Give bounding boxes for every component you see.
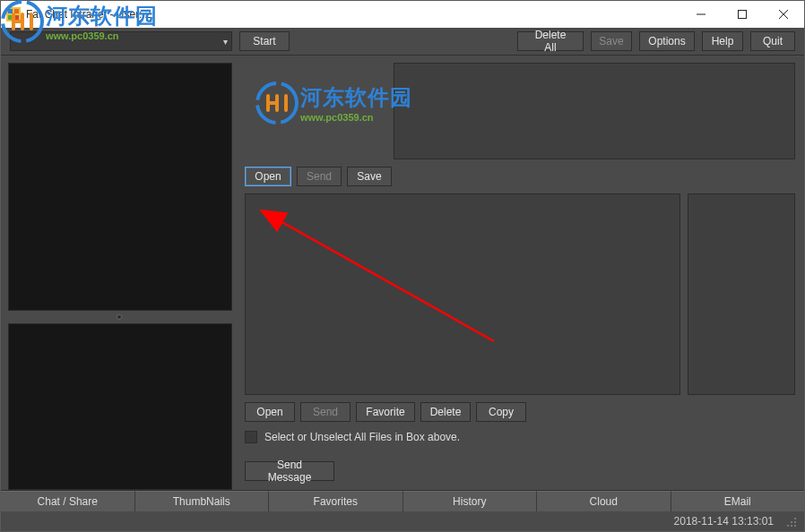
- chevron-down-icon: ▾: [223, 37, 228, 47]
- content-area: Open Send Save Open Send Favorite Delete…: [1, 55, 804, 490]
- window-title: Fat Chat Intranet - User: 2: [26, 8, 151, 21]
- svg-rect-2: [14, 9, 19, 13]
- svg-point-14: [794, 525, 796, 527]
- help-button[interactable]: Help: [702, 31, 743, 51]
- image-send-button[interactable]: Send: [297, 167, 342, 186]
- minimize-button[interactable]: [680, 1, 722, 28]
- quit-button[interactable]: Quit: [750, 31, 795, 51]
- image-preview[interactable]: [394, 63, 795, 159]
- user-combo[interactable]: ▾: [10, 31, 232, 51]
- image-open-button[interactable]: Open: [245, 167, 291, 186]
- send-message-button[interactable]: Send Message: [245, 461, 334, 481]
- file-detail-box[interactable]: [688, 193, 795, 395]
- titlebar: Fat Chat Intranet - User: 2: [1, 1, 804, 28]
- svg-rect-1: [8, 9, 13, 13]
- svg-rect-6: [739, 11, 747, 19]
- main-toolbar: ▾ Start Delete All Save Options Help Qui…: [1, 28, 804, 55]
- statusbar: 2018-11-14 13:13:01: [1, 511, 804, 531]
- file-send-button[interactable]: Send: [300, 402, 351, 422]
- file-list-box[interactable]: [245, 193, 680, 395]
- app-window: Fat Chat Intranet - User: 2 ▾ Start Dele…: [0, 0, 805, 532]
- select-all-label: Select or Unselect All Files in Box abov…: [264, 431, 460, 443]
- right-pane: Open Send Save Open Send Favorite Delete…: [238, 56, 804, 490]
- options-button[interactable]: Options: [639, 31, 695, 51]
- tab-cloud[interactable]: Cloud: [537, 491, 671, 511]
- pane-splitter[interactable]: [6, 313, 232, 322]
- chat-input-box[interactable]: [8, 323, 232, 490]
- chat-display[interactable]: [8, 63, 232, 311]
- file-delete-button[interactable]: Delete: [420, 402, 471, 422]
- app-icon: [6, 7, 21, 21]
- save-button[interactable]: Save: [591, 31, 632, 51]
- file-copy-button[interactable]: Copy: [476, 402, 526, 422]
- delete-all-button[interactable]: Delete All: [517, 31, 584, 51]
- tab-email[interactable]: EMail: [671, 491, 805, 511]
- tab-thumbnails[interactable]: ThumbNails: [135, 491, 270, 511]
- tab-chat-share[interactable]: Chat / Share: [1, 491, 135, 511]
- image-save-button[interactable]: Save: [347, 167, 392, 186]
- svg-point-12: [787, 525, 789, 527]
- maximize-button[interactable]: [722, 1, 763, 28]
- tab-favorites[interactable]: Favorites: [269, 491, 403, 511]
- start-button[interactable]: Start: [239, 31, 290, 51]
- resize-grip-icon[interactable]: [784, 515, 797, 528]
- select-all-checkbox[interactable]: [245, 431, 257, 443]
- file-favorite-button[interactable]: Favorite: [356, 402, 415, 422]
- svg-rect-3: [8, 15, 13, 20]
- close-button[interactable]: [763, 1, 804, 28]
- svg-point-11: [794, 521, 796, 523]
- image-thumbnail: [245, 63, 386, 159]
- bottom-tabs: Chat / Share ThumbNails Favorites Histor…: [1, 490, 804, 511]
- file-open-button[interactable]: Open: [245, 402, 295, 422]
- svg-point-10: [791, 521, 792, 523]
- tab-history[interactable]: History: [403, 491, 538, 511]
- status-timestamp: 2018-11-14 13:13:01: [674, 515, 774, 528]
- left-pane: [1, 56, 238, 490]
- svg-point-13: [791, 525, 792, 527]
- svg-rect-4: [14, 15, 19, 20]
- svg-point-9: [794, 518, 796, 519]
